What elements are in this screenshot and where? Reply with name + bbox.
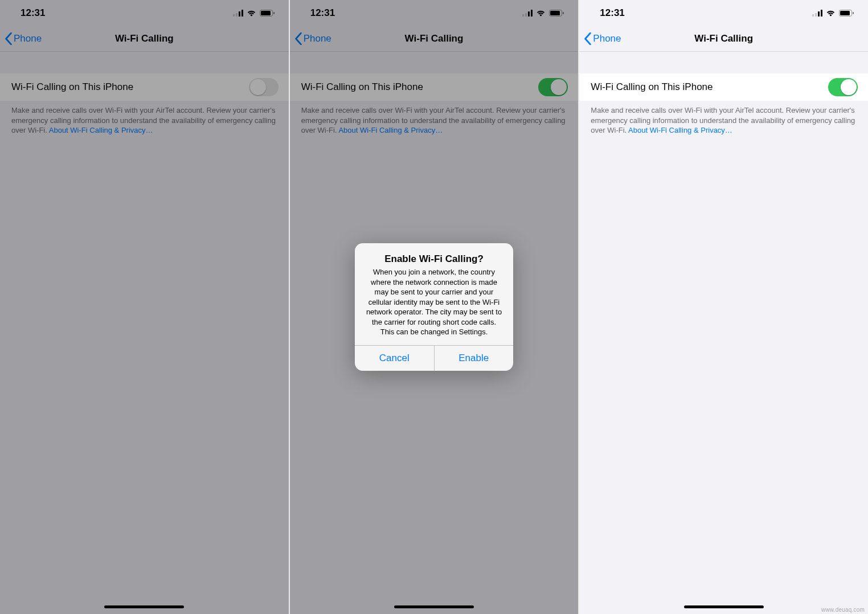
wifi-calling-row[interactable]: Wi-Fi Calling on This iPhone — [0, 73, 289, 101]
screen-1: 12:31 Phone Wi-Fi Calling Wi-Fi Calling … — [0, 0, 289, 614]
row-footer: Make and receive calls over Wi-Fi with y… — [0, 101, 289, 136]
wifi-calling-row[interactable]: Wi-Fi Calling on This iPhone — [579, 73, 868, 101]
cellular-icon — [812, 10, 822, 17]
privacy-link[interactable]: About Wi-Fi Calling & Privacy… — [49, 126, 153, 134]
chevron-left-icon — [5, 32, 13, 45]
status-indicators — [812, 10, 854, 17]
home-indicator[interactable] — [104, 605, 184, 608]
nav-bar: Phone Wi-Fi Calling — [0, 26, 289, 52]
svg-rect-16 — [818, 11, 820, 17]
back-button[interactable]: Phone — [5, 26, 42, 51]
alert-message: When you join a network, the country whe… — [364, 267, 504, 337]
svg-rect-15 — [815, 13, 817, 17]
privacy-link[interactable]: About Wi-Fi Calling & Privacy… — [628, 126, 732, 134]
status-indicators — [233, 10, 275, 17]
status-time: 12:31 — [21, 7, 45, 19]
alert-title: Enable Wi-Fi Calling? — [364, 253, 504, 265]
cellular-icon — [233, 10, 243, 17]
status-bar: 12:31 — [579, 0, 868, 26]
row-label: Wi-Fi Calling on This iPhone — [11, 81, 133, 93]
enable-button[interactable]: Enable — [434, 346, 514, 371]
svg-rect-1 — [236, 13, 238, 17]
settings-content: Wi-Fi Calling on This iPhone Make and re… — [0, 52, 289, 614]
chevron-left-icon — [584, 32, 592, 45]
settings-content: Wi-Fi Calling on This iPhone Make and re… — [579, 52, 868, 614]
svg-rect-14 — [812, 14, 814, 17]
battery-icon — [839, 10, 854, 17]
nav-bar: Phone Wi-Fi Calling — [579, 26, 868, 52]
row-footer: Make and receive calls over Wi-Fi with y… — [579, 101, 868, 136]
svg-rect-20 — [853, 12, 854, 14]
enable-wifi-calling-alert: Enable Wi-Fi Calling? When you join a ne… — [355, 243, 513, 371]
status-time: 12:31 — [600, 7, 624, 19]
home-indicator[interactable] — [684, 605, 764, 608]
row-label: Wi-Fi Calling on This iPhone — [591, 81, 713, 93]
nav-title: Wi-Fi Calling — [0, 33, 289, 44]
wifi-icon — [826, 10, 836, 17]
wifi-calling-toggle[interactable] — [249, 78, 279, 96]
cancel-button[interactable]: Cancel — [355, 346, 434, 371]
svg-rect-17 — [821, 10, 822, 17]
svg-rect-2 — [239, 11, 240, 17]
wifi-icon — [247, 10, 256, 17]
status-bar: 12:31 — [0, 0, 289, 26]
battery-icon — [260, 10, 275, 17]
screen-2: 12:31 Phone Wi-Fi Calling Wi-Fi Calling … — [290, 0, 579, 614]
back-label: Phone — [593, 33, 621, 44]
screen-3: 12:31 Phone Wi-Fi Calling Wi-Fi Calling … — [579, 0, 868, 614]
svg-rect-0 — [233, 14, 235, 17]
alert-layer: Enable Wi-Fi Calling? When you join a ne… — [290, 0, 579, 614]
svg-rect-5 — [261, 11, 271, 15]
three-screenshot-row: 12:31 Phone Wi-Fi Calling Wi-Fi Calling … — [0, 0, 868, 614]
watermark: www.deuaq.com — [821, 607, 865, 613]
svg-rect-6 — [273, 12, 275, 14]
wifi-calling-toggle[interactable] — [828, 78, 858, 96]
svg-rect-19 — [840, 11, 850, 15]
back-button[interactable]: Phone — [584, 26, 621, 51]
nav-title: Wi-Fi Calling — [579, 33, 868, 44]
svg-rect-3 — [241, 10, 243, 17]
back-label: Phone — [14, 33, 42, 44]
